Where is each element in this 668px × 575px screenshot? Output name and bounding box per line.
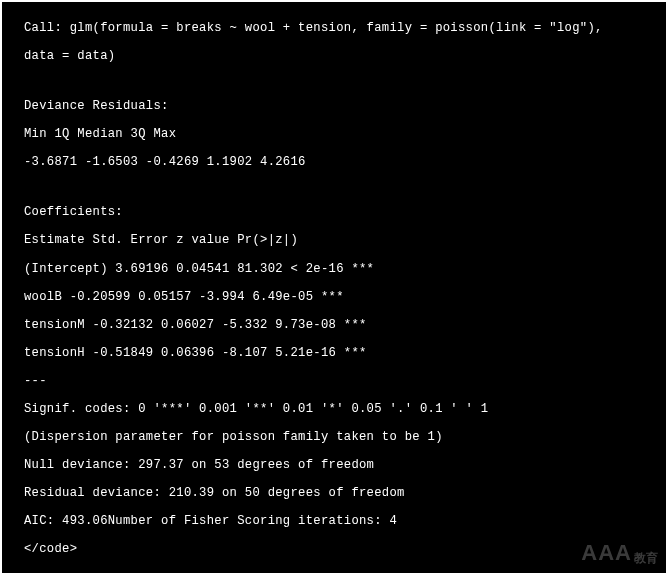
deviance-values: -3.6871 -1.6503 -0.4269 1.1902 4.2616 [24,154,644,171]
null-deviance: Null deviance: 297.37 on 53 degrees of f… [24,457,644,474]
coefficients-header: Coefficients: [24,204,644,221]
coef-row-tensionm: tensionM -0.32132 0.06027 -5.332 9.73e-0… [24,317,644,334]
blank-line [24,182,644,193]
watermark-main: AAA [581,538,632,569]
deviance-labels: Min 1Q Median 3Q Max [24,126,644,143]
coef-row-woolb: woolB -0.20599 0.05157 -3.994 6.49e-05 *… [24,289,644,306]
residual-deviance: Residual deviance: 210.39 on 50 degrees … [24,485,644,502]
end-code-tag: </code> [24,541,644,558]
coefficients-columns: Estimate Std. Error z value Pr(>|z|) [24,232,644,249]
deviance-header: Deviance Residuals: [24,98,644,115]
blank-line [24,76,644,87]
call-line-2: data = data) [24,48,644,65]
terminal-output: Call: glm(formula = breaks ~ wool + tens… [2,2,666,573]
watermark-sub: 教育 [634,550,658,567]
coef-row-tensionh: tensionH -0.51849 0.06396 -8.107 5.21e-1… [24,345,644,362]
aic-line: AIC: 493.06Number of Fisher Scoring iter… [24,513,644,530]
coef-row-intercept: (Intercept) 3.69196 0.04541 81.302 < 2e-… [24,261,644,278]
separator: --- [24,373,644,390]
dispersion: (Dispersion parameter for poisson family… [24,429,644,446]
call-line-1: Call: glm(formula = breaks ~ wool + tens… [24,20,644,37]
watermark-logo: AAA 教育 [581,538,658,569]
signif-codes: Signif. codes: 0 '***' 0.001 '**' 0.01 '… [24,401,644,418]
